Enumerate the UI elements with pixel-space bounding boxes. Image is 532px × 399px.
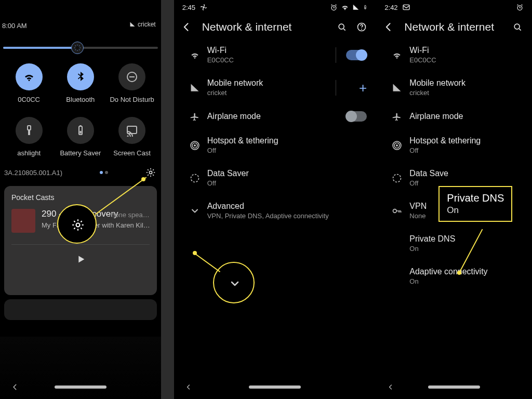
airplane-icon bbox=[182, 111, 207, 122]
back-button[interactable] bbox=[383, 22, 394, 32]
help-button[interactable] bbox=[356, 22, 367, 32]
datasaver-icon bbox=[182, 173, 207, 183]
settings-item-hotspot-tethering[interactable]: Hotspot & tethering Off bbox=[376, 129, 532, 162]
cast-icon[interactable] bbox=[118, 117, 145, 144]
wifi-icon[interactable] bbox=[16, 63, 43, 90]
chevron-down-icon bbox=[182, 206, 207, 216]
qs-tile-label: Do Not Disturb bbox=[110, 96, 154, 103]
page-title: Network & internet bbox=[202, 21, 292, 33]
back-button[interactable] bbox=[388, 384, 394, 390]
qs-tile-label: ashlight bbox=[17, 149, 41, 157]
item-title: Private DNS bbox=[409, 234, 523, 244]
qs-tile-label: Battery Saver bbox=[60, 149, 101, 157]
item-subtitle: Off bbox=[207, 147, 336, 154]
battery-icon[interactable] bbox=[67, 117, 94, 144]
item-title: Data Save bbox=[409, 169, 523, 178]
airplane-icon bbox=[384, 111, 409, 122]
back-button[interactable] bbox=[185, 384, 192, 390]
status-time: 8:00 AM bbox=[0, 22, 27, 30]
back-button[interactable] bbox=[181, 22, 192, 32]
flashlight-icon[interactable] bbox=[16, 117, 43, 144]
item-title: Advanced bbox=[207, 202, 336, 211]
settings-item-airplane-mode[interactable]: Airplane mode bbox=[174, 104, 377, 129]
item-subtitle: cricket bbox=[409, 89, 523, 97]
qs-tile-battery[interactable]: Battery Saver bbox=[55, 117, 106, 157]
search-button[interactable] bbox=[512, 22, 523, 32]
signal-status-icon bbox=[352, 4, 360, 11]
callout-line bbox=[194, 253, 220, 272]
settings-button[interactable] bbox=[145, 167, 156, 178]
item-title: Hotspot & tethering bbox=[409, 136, 523, 145]
qs-tile-label: 0C0CC bbox=[18, 96, 40, 103]
wifi-icon bbox=[182, 50, 207, 60]
callout-advanced-icon bbox=[213, 262, 255, 303]
item-title: Mobile network bbox=[409, 78, 523, 88]
settings-item-vpn[interactable]: VPN None bbox=[376, 194, 532, 227]
nav-bar bbox=[376, 375, 532, 399]
home-pill[interactable] bbox=[55, 385, 107, 389]
quick-settings-panel: 8:00 AM cricket 0C0CC Bluetooth Do Not D… bbox=[0, 0, 161, 399]
signal-icon bbox=[182, 83, 207, 93]
media-card[interactable]: Pocket Casts hone spea… 290 - Full Recov… bbox=[4, 186, 157, 295]
search-button[interactable] bbox=[337, 22, 347, 32]
vpn-icon bbox=[384, 206, 409, 216]
settings-item-adaptive-connectivity[interactable]: Adaptive connectivity On bbox=[376, 260, 532, 292]
settings-item-mobile-network[interactable]: Mobile network cricket + bbox=[174, 71, 377, 104]
brightness-slider[interactable] bbox=[3, 47, 158, 49]
alarm-icon bbox=[330, 4, 338, 11]
settings-item-private-dns[interactable]: Private DNS On bbox=[376, 227, 532, 260]
settings-item-data-saver[interactable]: Data Saver Off bbox=[174, 162, 377, 194]
alarm-icon bbox=[516, 4, 524, 11]
mail-icon bbox=[402, 3, 410, 11]
settings-item-wi-fi[interactable]: Wi-Fi E0C0CC bbox=[174, 38, 377, 71]
item-subtitle: VPN, Private DNS, Adaptive connectivity bbox=[207, 212, 336, 220]
callout-dot bbox=[193, 251, 197, 255]
bluetooth-icon[interactable] bbox=[67, 63, 94, 90]
item-subtitle: E0C0CC bbox=[207, 56, 336, 64]
back-button[interactable] bbox=[11, 383, 19, 391]
toggle[interactable] bbox=[346, 50, 367, 60]
media-cover bbox=[11, 209, 35, 233]
brightness-thumb[interactable] bbox=[71, 42, 84, 54]
settings-item-advanced[interactable]: Advanced VPN, Private DNS, Adaptive conn… bbox=[174, 194, 377, 227]
item-subtitle: cricket bbox=[207, 89, 336, 97]
status-time: 2:45 bbox=[182, 4, 195, 11]
media-subtitle: My Favorite Murder with Karen Kil… bbox=[42, 221, 150, 229]
hotspot-icon bbox=[182, 140, 207, 151]
home-pill[interactable] bbox=[249, 385, 301, 389]
status-time: 2:42 bbox=[384, 4, 397, 11]
settings-network-collapsed: 2:45 Network & internet Wi-Fi E0C0CC Mob… bbox=[174, 0, 377, 399]
settings-item-hotspot-tethering[interactable]: Hotspot & tethering Off bbox=[174, 129, 377, 162]
home-pill[interactable] bbox=[428, 385, 480, 389]
qs-tile-wifi[interactable]: 0C0CC bbox=[3, 63, 55, 103]
qs-tile-flashlight[interactable]: ashlight bbox=[3, 117, 55, 157]
item-subtitle: E0C0CC bbox=[409, 56, 523, 64]
datasaver-icon bbox=[384, 173, 409, 183]
settings-item-mobile-network[interactable]: Mobile network cricket bbox=[376, 71, 532, 104]
settings-network-expanded: 2:42 Network & internet Wi-Fi E0C0CC Mob… bbox=[376, 0, 532, 399]
nav-bar bbox=[174, 375, 377, 399]
settings-item-data-save[interactable]: Data Save Off bbox=[376, 162, 532, 194]
play-button[interactable] bbox=[75, 254, 86, 265]
item-title: Hotspot & tethering bbox=[207, 136, 336, 145]
extra-card[interactable] bbox=[4, 299, 157, 320]
build-number: 3A.210805.001.A1) bbox=[4, 169, 62, 177]
item-subtitle: Off bbox=[409, 179, 523, 187]
qs-tile-cast[interactable]: Screen Cast bbox=[106, 117, 157, 157]
fan-icon bbox=[200, 3, 208, 11]
item-title: Wi-Fi bbox=[409, 46, 523, 55]
item-subtitle: Off bbox=[207, 179, 336, 187]
signal-icon bbox=[384, 83, 409, 93]
page-dots bbox=[100, 171, 108, 174]
qs-tile-dnd[interactable]: Do Not Disturb bbox=[106, 63, 157, 103]
wifi-icon bbox=[384, 50, 409, 60]
toggle[interactable] bbox=[346, 111, 367, 122]
qs-tile-bluetooth[interactable]: Bluetooth bbox=[55, 63, 106, 103]
media-device[interactable]: hone spea… bbox=[111, 211, 150, 219]
wifi-status-icon bbox=[341, 3, 349, 11]
settings-item-wi-fi[interactable]: Wi-Fi E0C0CC bbox=[376, 38, 532, 71]
status-carrier: cricket bbox=[129, 21, 156, 28]
settings-item-airplane-mode[interactable]: Airplane mode bbox=[376, 104, 532, 129]
dnd-icon[interactable] bbox=[118, 63, 145, 90]
page-title: Network & internet bbox=[404, 21, 494, 33]
